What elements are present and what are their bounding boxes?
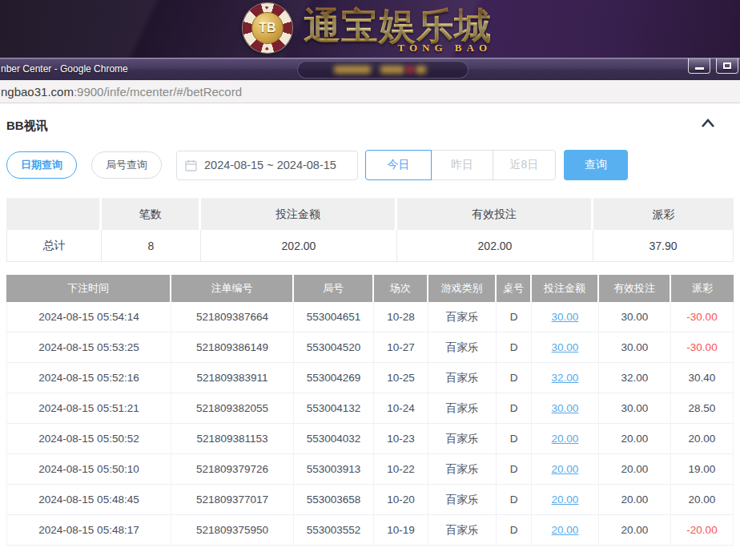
bet-amount-link[interactable]: 30.00: [552, 341, 579, 353]
today-button[interactable]: 今日: [365, 150, 432, 180]
bet-no-cell: 521809382055: [171, 393, 294, 424]
table-no-cell: D: [497, 424, 532, 454]
minimize-icon: [695, 67, 704, 70]
col-header-bet-time: 下注时间: [6, 275, 171, 302]
payout-cell: -30.00: [671, 332, 734, 363]
diamond-suit-icon: ♦: [285, 26, 288, 31]
col-header-session: 场次: [374, 275, 428, 302]
bet-amount-link[interactable]: 20.00: [552, 494, 579, 506]
table-no-cell: D: [497, 485, 532, 515]
table-row: 2024-08-15 05:48:45 521809377017 5530036…: [6, 485, 734, 515]
bet-time-cell: 2024-08-15 05:48:45: [6, 485, 171, 515]
casino-logo: ♥ ♦ ♣ ♠ TB 通宝娱乐城 TONG BAO: [243, 3, 492, 53]
round-no-cell: 553003658: [294, 485, 374, 515]
round-query-tab[interactable]: 局号查询: [91, 151, 162, 179]
bet-amount-link[interactable]: 30.00: [552, 402, 579, 414]
session-cell: 10-28: [374, 302, 428, 332]
col-header-valid-bet: 有效投注: [599, 275, 671, 302]
chevron-up-icon: [700, 118, 716, 129]
bet-time-cell: 2024-08-15 05:48:17: [6, 515, 171, 546]
bet-time-cell: 2024-08-15 05:53:25: [6, 332, 171, 363]
table-row: 2024-08-15 05:54:14 521809387664 5530046…: [6, 302, 734, 332]
maximize-button[interactable]: [716, 58, 738, 74]
bet-amount-cell: 32.00: [532, 363, 599, 393]
payout-cell: 19.00: [671, 454, 734, 485]
bet-amount-cell: 20.00: [532, 485, 599, 515]
bet-amount-cell: 20.00: [532, 424, 599, 454]
poker-chip-icon: ♥ ♦ ♣ ♠ TB: [243, 3, 292, 53]
chip-monogram: TB: [259, 21, 275, 35]
spade-suit-icon: ♠: [245, 26, 248, 31]
bet-amount-cell: 20.00: [532, 454, 599, 485]
bet-amount-link[interactable]: 32.00: [552, 372, 579, 384]
table-row: 2024-08-15 05:52:16 521809383911 5530042…: [6, 363, 734, 393]
session-cell: 10-27: [374, 332, 428, 363]
round-no-cell: 553004032: [294, 424, 374, 454]
table-row: 2024-08-15 05:50:10 521809379726 5530039…: [6, 454, 734, 485]
game-type-cell: 百家乐: [428, 515, 497, 546]
bet-no-cell: 521809387664: [171, 302, 294, 332]
valid-bet-cell: 30.00: [599, 332, 671, 363]
blurred-account-info: [297, 61, 469, 79]
game-type-cell: 百家乐: [428, 424, 497, 454]
casino-banner: ♥ ♦ ♣ ♠ TB 通宝娱乐城 TONG BAO: [0, 0, 740, 58]
bet-amount-cell: 30.00: [532, 393, 599, 424]
summary-valid-bet-value: 202.00: [397, 230, 593, 262]
bet-time-cell: 2024-08-15 05:50:10: [6, 454, 171, 485]
url-path: :9900/infe/mcenter/#/betRecord: [74, 85, 242, 99]
round-no-cell: 553004651: [294, 302, 374, 332]
table-no-cell: D: [497, 393, 532, 424]
table-no-cell: D: [497, 302, 532, 332]
section-title: BB视讯: [6, 119, 48, 132]
last-8-days-button[interactable]: 近8日: [493, 150, 556, 180]
valid-bet-cell: 32.00: [599, 363, 671, 393]
col-header-round-no: 局号: [294, 275, 374, 302]
valid-bet-cell: 30.00: [599, 302, 671, 332]
summary-header-valid-bet: 有效投注: [397, 198, 593, 230]
maximize-icon: [723, 62, 731, 69]
summary-header-blank: [6, 198, 102, 230]
url-domain: ngbao31.com: [1, 85, 74, 99]
session-cell: 10-23: [374, 424, 428, 454]
search-button[interactable]: 查询: [564, 150, 628, 180]
bet-amount-cell: 30.00: [532, 302, 599, 332]
valid-bet-cell: 20.00: [599, 515, 671, 546]
filter-toolbar: 日期查询 局号查询 2024-08-15 ~ 2024-08-15 今日 昨日 …: [6, 150, 734, 180]
minimize-button[interactable]: [688, 58, 710, 74]
bet-amount-cell: 20.00: [532, 515, 599, 546]
valid-bet-cell: 20.00: [599, 454, 671, 485]
bet-amount-link[interactable]: 20.00: [552, 524, 579, 536]
round-no-cell: 553003552: [294, 515, 374, 546]
address-bar[interactable]: ngbao31.com:9900/infe/mcenter/#/betRecor…: [0, 80, 740, 103]
game-type-cell: 百家乐: [428, 363, 497, 393]
date-query-tab[interactable]: 日期查询: [6, 151, 77, 179]
window-title: nber Center - Google Chrome: [1, 58, 128, 80]
col-header-bet-amount: 投注金额: [532, 275, 599, 302]
date-range-picker[interactable]: 2024-08-15 ~ 2024-08-15: [176, 151, 358, 180]
summary-header-count: 笔数: [102, 198, 201, 230]
calendar-icon: [185, 159, 197, 171]
bet-records-table: 下注时间 注单编号 局号 场次 游戏类别 桌号 投注金额 有效投注 派彩 202…: [6, 275, 734, 546]
summary-total-row: 总计 8 202.00 202.00 37.90: [6, 230, 734, 262]
bet-amount-link[interactable]: 20.00: [552, 433, 579, 445]
payout-cell: 20.00: [671, 424, 734, 454]
bet-amount-link[interactable]: 20.00: [552, 463, 579, 475]
summary-header-payout: 派彩: [593, 198, 734, 230]
col-header-game-type: 游戏类别: [428, 275, 497, 302]
bet-time-cell: 2024-08-15 05:51:21: [6, 393, 171, 424]
yesterday-button[interactable]: 昨日: [431, 150, 493, 180]
session-cell: 10-20: [374, 485, 428, 515]
table-no-cell: D: [497, 454, 532, 485]
brand-name-english: TONG BAO: [398, 42, 492, 54]
bet-time-cell: 2024-08-15 05:52:16: [6, 363, 171, 393]
club-suit-icon: ♣: [265, 46, 269, 51]
col-header-payout: 派彩: [671, 275, 734, 302]
valid-bet-cell: 30.00: [599, 393, 671, 424]
quick-range-group: 今日 昨日 近8日: [365, 150, 556, 180]
window-titlebar: nber Center - Google Chrome: [0, 58, 740, 80]
bet-amount-link[interactable]: 30.00: [552, 311, 579, 323]
collapse-section-button[interactable]: [700, 118, 716, 129]
table-no-cell: D: [497, 363, 532, 393]
game-type-cell: 百家乐: [428, 332, 497, 363]
round-no-cell: 553004132: [294, 393, 374, 424]
